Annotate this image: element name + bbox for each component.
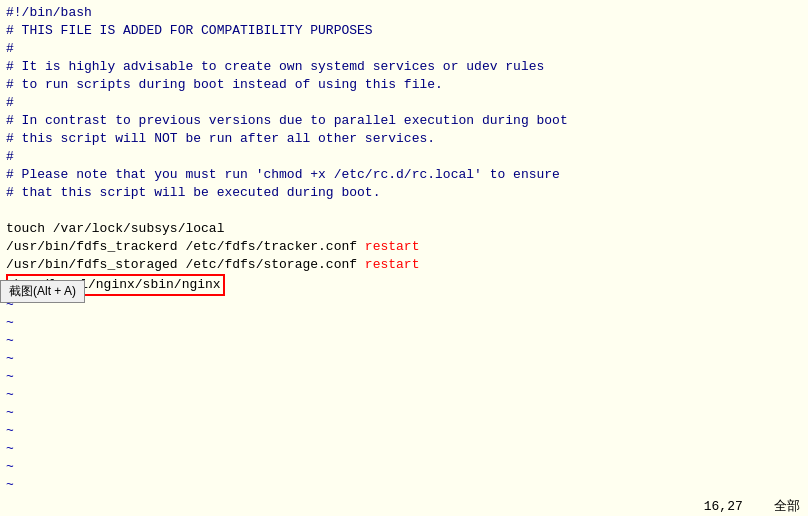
- line-tracker: /usr/bin/fdfs_trackerd /etc/fdfs/tracker…: [6, 238, 802, 256]
- tilde-2: ~: [6, 314, 802, 332]
- line-1: #!/bin/bash: [6, 4, 802, 22]
- tilde-7: ~: [6, 404, 802, 422]
- editor-mode: 全部: [774, 497, 800, 515]
- tilde-5: ~: [6, 368, 802, 386]
- cursor-position: 16,27: [704, 499, 743, 514]
- line-8: # this script will NOT be run after all …: [6, 130, 802, 148]
- tilde-8: ~: [6, 422, 802, 440]
- tilde-11: ~: [6, 476, 802, 494]
- tilde-6: ~: [6, 386, 802, 404]
- tilde-10: ~: [6, 458, 802, 476]
- line-11: # that this script will be executed duri…: [6, 184, 802, 202]
- context-menu[interactable]: 截图(Alt + A): [0, 280, 85, 303]
- line-5: # to run scripts during boot instead of …: [6, 76, 802, 94]
- status-bar: 16,27 全部: [0, 496, 808, 516]
- line-2: # THIS FILE IS ADDED FOR COMPATIBILITY P…: [6, 22, 802, 40]
- line-7: # In contrast to previous versions due t…: [6, 112, 802, 130]
- tilde-9: ~: [6, 440, 802, 458]
- line-touch: touch /var/lock/subsys/local: [6, 220, 802, 238]
- line-3: #: [6, 40, 802, 58]
- line-9: #: [6, 148, 802, 166]
- line-storage: /usr/bin/fdfs_storaged /etc/fdfs/storage…: [6, 256, 802, 274]
- editor: #!/bin/bash # THIS FILE IS ADDED FOR COM…: [0, 0, 808, 516]
- tilde-1: ~: [6, 296, 802, 314]
- tilde-3: ~: [6, 332, 802, 350]
- context-menu-label: 截图(Alt + A): [9, 284, 76, 298]
- line-4: # It is highly advisable to create own s…: [6, 58, 802, 76]
- tilde-4: ~: [6, 350, 802, 368]
- restart-keyword-1: restart: [365, 239, 420, 254]
- line-6: #: [6, 94, 802, 112]
- line-10: # Please note that you must run 'chmod +…: [6, 166, 802, 184]
- line-nginx: /usr/local/nginx/sbin/nginx: [6, 274, 802, 296]
- line-blank: [6, 202, 802, 220]
- restart-keyword-2: restart: [365, 257, 420, 272]
